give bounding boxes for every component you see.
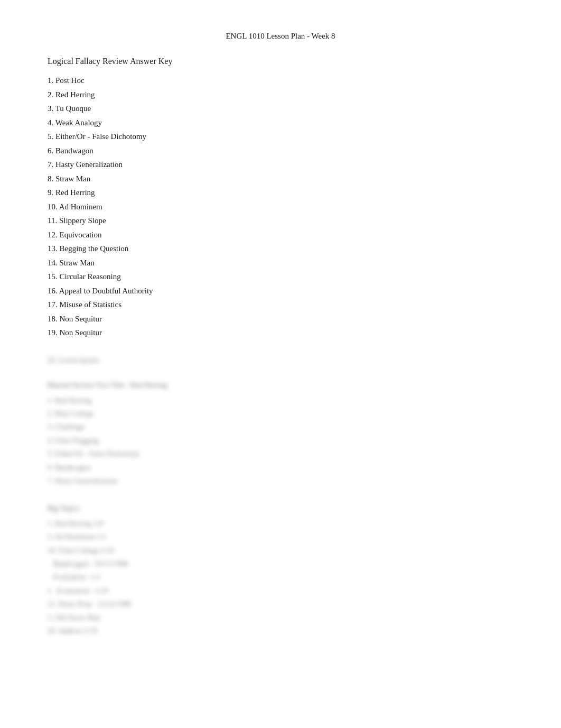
blurred-section-3: Big Topics 1. Red Herring 1/8 2. Ad Homi…	[48, 503, 519, 637]
answer-list-item: 1. Post Hoc	[48, 75, 519, 87]
blurred-list-item: 1. Red Herring 1/8	[48, 518, 519, 530]
blurred-list-item: 2. Ad Hominem 1/1	[48, 531, 519, 543]
blurred-list-item: 20. Address 1/19	[48, 625, 519, 637]
answer-list-item: 7. Hasty Generalization	[48, 159, 519, 171]
section1-title: Logical Fallacy Review Answer Key	[48, 57, 519, 66]
answer-list-item: 12. Equivocation	[48, 229, 519, 241]
blurred-section2-title: Blurred Section Two Title - Red Herring	[48, 380, 519, 391]
blurred-item-20: 20. Lorem Ipsum	[48, 355, 519, 366]
blurred-section-2: 20. Lorem Ipsum Blurred Section Two Titl…	[48, 355, 519, 487]
answer-list-item: 3. Tu Quoque	[48, 103, 519, 115]
answer-list-item: 16. Appeal to Doubtful Authority	[48, 285, 519, 297]
answer-list-item: 9. Red Herring	[48, 187, 519, 199]
answer-list: 1. Post Hoc2. Red Herring3. Tu Quoque4. …	[48, 75, 519, 339]
answer-list-item: 8. Straw Man	[48, 173, 519, 185]
blurred-list-item: 2. Blue College	[48, 408, 519, 420]
answer-list-item: 18. Non Sequitur	[48, 313, 519, 325]
blurred-list-item: 1. Red Herring	[48, 395, 519, 407]
blurred-list-item: Bandwagon - 10/11/1990	[48, 558, 519, 570]
blurred-list-item: 10. False College 2/10	[48, 545, 519, 557]
answer-list-item: 4. Weak Analogy	[48, 117, 519, 129]
answer-list-item: 10. Ad Hominem	[48, 201, 519, 213]
answer-list-item: 14. Straw Man	[48, 257, 519, 269]
blurred-list-item: 1. Old Straw Man	[48, 612, 519, 624]
answer-list-item: 2. Red Herring	[48, 89, 519, 101]
answer-list-item: 19. Non Sequitur	[48, 327, 519, 339]
blurred-list-item: 7. Hasty Generalization	[48, 475, 519, 487]
answer-list-item: 6. Bandwagon	[48, 145, 519, 157]
blurred-list-item: 4. False Flagging	[48, 435, 519, 447]
answer-list-item: 13. Begging the Question	[48, 243, 519, 255]
blurred-list-item: 11. Hasty Prop - 12/22/1980	[48, 598, 519, 610]
blurred-list-item: 3. Challenge	[48, 421, 519, 433]
page-header: ENGL 1010 Lesson Plan - Week 8	[42, 32, 519, 41]
answer-list-item: 11. Slippery Slope	[48, 215, 519, 227]
answer-list-item: 5. Either/Or - False Dichotomy	[48, 131, 519, 143]
blurred-list-item: 1. Evaluation - 1/19	[48, 585, 519, 597]
blurred-section3-title: Big Topics	[48, 503, 519, 514]
blurred-list-item: Evaluation - 1/1	[48, 572, 519, 583]
blurred-list-item: 6. Bandwagon	[48, 462, 519, 474]
answer-list-item: 15. Circular Reasoning	[48, 271, 519, 283]
page-title: ENGL 1010 Lesson Plan - Week 8	[226, 32, 335, 40]
blurred-list-item: 5. Either/Or - False Dichotomy	[48, 448, 519, 460]
answer-list-item: 17. Misuse of Statistics	[48, 299, 519, 311]
